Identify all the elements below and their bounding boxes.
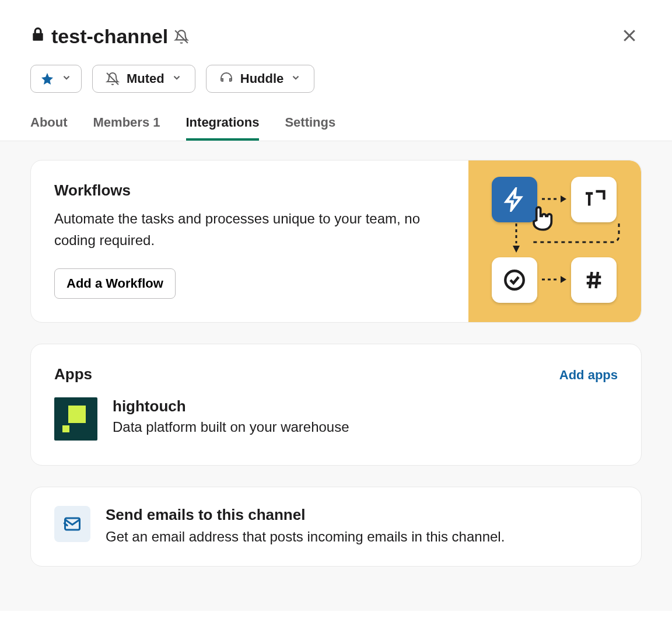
bell-off-icon (106, 72, 120, 86)
tab-about[interactable]: About (30, 115, 68, 141)
workflows-description: Automate the tasks and processes unique … (54, 208, 445, 251)
chevron-down-icon (172, 71, 182, 86)
title-left: test-channel (30, 25, 189, 48)
tab-members-count: 1 (153, 115, 160, 130)
add-apps-link[interactable]: Add apps (559, 368, 618, 383)
add-workflow-button[interactable]: Add a Workflow (54, 268, 176, 299)
arrow-down-icon (512, 222, 521, 255)
modal-header: test-channel Muted Huddle About (0, 0, 672, 141)
apps-title: Apps (54, 365, 92, 383)
app-info: hightouch Data platform built on your wa… (113, 397, 349, 435)
bell-off-icon (174, 29, 189, 44)
tile-text-icon (571, 177, 617, 222)
muted-label: Muted (127, 71, 164, 86)
app-description: Data platform built on your warehouse (113, 419, 349, 435)
tile-check-icon (492, 257, 537, 303)
chevron-down-icon (290, 71, 301, 86)
tile-hash-icon (571, 257, 617, 303)
tab-integrations[interactable]: Integrations (186, 115, 260, 141)
workflows-text: Workflows Automate the tasks and process… (31, 160, 468, 322)
workflows-card: Workflows Automate the tasks and process… (30, 160, 642, 323)
svg-line-7 (590, 272, 592, 288)
tab-settings[interactable]: Settings (285, 115, 335, 141)
apps-card: Apps Add apps hightouch Data platform bu… (30, 344, 642, 466)
lock-icon (30, 25, 46, 48)
arrow-icon (541, 274, 568, 285)
huddle-dropdown-button[interactable]: Huddle (206, 65, 315, 93)
star-filled-icon (40, 72, 54, 86)
email-title: Send emails to this channel (106, 506, 505, 524)
apps-header: Apps Add apps (54, 365, 618, 383)
title-row: test-channel (30, 23, 642, 50)
email-info: Send emails to this channel Get an email… (106, 506, 505, 545)
channel-name: test-channel (51, 25, 168, 48)
headphones-icon (219, 72, 233, 86)
email-description: Get an email address that posts incoming… (106, 529, 505, 545)
close-icon (621, 27, 638, 44)
content-area: Workflows Automate the tasks and process… (0, 141, 672, 611)
huddle-label: Huddle (240, 71, 284, 86)
close-button[interactable] (617, 23, 642, 50)
tab-members-label: Members (93, 115, 150, 130)
star-dropdown-button[interactable] (30, 65, 82, 93)
muted-dropdown-button[interactable]: Muted (92, 65, 195, 93)
svg-line-8 (596, 272, 598, 288)
email-card[interactable]: Send emails to this channel Get an email… (30, 487, 642, 567)
email-icon (54, 506, 90, 542)
actions-row: Muted Huddle (30, 65, 642, 93)
chevron-down-icon (61, 71, 72, 86)
app-row[interactable]: hightouch Data platform built on your wa… (54, 397, 618, 441)
tabs: About Members 1 Integrations Settings (30, 115, 642, 141)
workflows-illustration (468, 160, 641, 322)
tab-members[interactable]: Members 1 (93, 115, 160, 141)
workflows-title: Workflows (54, 181, 445, 200)
cursor-hand-icon (526, 202, 558, 235)
channel-title-wrap: test-channel (30, 25, 189, 48)
app-name: hightouch (113, 397, 349, 415)
app-icon-hightouch (54, 397, 97, 441)
